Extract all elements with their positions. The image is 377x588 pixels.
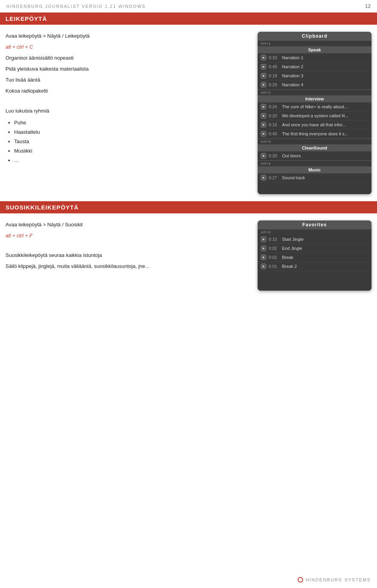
item-duration: 0:01	[269, 264, 282, 269]
item-duration: 0:10	[269, 237, 282, 242]
panel-bottom-padding	[258, 182, 372, 194]
item-duration: 0:16	[269, 122, 282, 127]
item-name: Break	[282, 255, 368, 260]
interview-alt-label: Alt+2	[258, 89, 372, 95]
section2-line1: Avaa leikepöytä > Näytä / Suosikit	[5, 220, 250, 229]
section1-text: Avaa leikepöytä > Näytä / Leikepöytä alt…	[5, 32, 250, 194]
section2-heading: SUOSIKKILEIKEPÖYTÄ	[0, 201, 377, 213]
item-duration: 0:18	[269, 73, 282, 78]
cleansound-alt-label: Alt+3	[258, 138, 372, 144]
favorites-item-1[interactable]: 0:10 Start Jingle	[258, 235, 372, 244]
section1-desc3: Tuo lisää ääntä	[5, 76, 250, 84]
item-duration: 0:27	[269, 175, 282, 180]
play-button[interactable]	[261, 64, 266, 69]
list-item-musiikki: Musiikki	[14, 147, 250, 155]
section1-line1: Avaa leikepöytä > Näytä / Leikepöytä	[5, 32, 250, 40]
list-item-ellipsis: …	[14, 156, 250, 165]
speak-group-label: Speak	[261, 47, 368, 52]
section1-desc2: Pidä yleiskuva kaikesta materiaalista	[5, 65, 250, 73]
page-footer: HINDENBURG systems	[298, 577, 371, 583]
favorites-item-3[interactable]: 0:02 Break	[258, 253, 372, 262]
item-name: Narration 3	[282, 73, 368, 78]
item-duration: 0:02	[269, 255, 282, 260]
play-button[interactable]	[261, 237, 266, 242]
section2-desc1: Suosikkileikepöytä seuraa kaikkia istunt…	[5, 251, 250, 260]
play-button[interactable]	[261, 104, 266, 109]
footer-circle-icon	[298, 577, 303, 583]
item-duration: 0:40	[269, 131, 282, 136]
favorites-alt-label: Alt+0	[258, 229, 372, 235]
interview-group-label: Interview	[261, 96, 368, 101]
item-name: The core of Nike+ is really about...	[282, 104, 368, 109]
item-name: Narration 1	[282, 55, 368, 60]
item-duration: 0:02	[269, 246, 282, 251]
cleansound-item-1[interactable]: 0:20 Out doors	[258, 151, 372, 160]
section2-shortcut: alt + ctrl + F	[5, 231, 250, 240]
item-name: Out doors	[282, 153, 368, 158]
page-header: HINDENBURG JOURNALIST versio 1.21 Window…	[0, 0, 377, 13]
interview-group-header: Interview	[258, 95, 372, 102]
play-button[interactable]	[261, 73, 266, 78]
item-duration: 0:20	[269, 113, 282, 118]
list-item-tausta: Tausta	[14, 137, 250, 146]
section2-body: Avaa leikepöytä > Näytä / Suosikit alt +…	[0, 213, 377, 298]
speak-item-1[interactable]: 0:33 Narration 1	[258, 53, 372, 62]
section1-list: Puhe Haastattelu Tausta Musiikki …	[14, 118, 250, 165]
favorites-item-2[interactable]: 0:02 End Jingle	[258, 244, 372, 253]
speak-item-4[interactable]: 0:29 Narration 4	[258, 80, 372, 89]
section2-desc2: Säilö klippejä, jinglejä, muita väliääni…	[5, 262, 250, 271]
music-group-label: Music	[261, 167, 368, 172]
section1-heading: LEIKEPÖYTÄ	[0, 13, 377, 25]
section2-text: Avaa leikepöytä > Näytä / Suosikit alt +…	[5, 220, 250, 291]
play-button[interactable]	[261, 255, 266, 260]
play-button[interactable]	[261, 113, 266, 118]
item-name: Sound track	[282, 175, 368, 180]
item-name: Break 2	[282, 264, 368, 269]
play-button[interactable]	[261, 82, 266, 87]
speak-item-2[interactable]: 0:49 Narration 2	[258, 62, 372, 71]
section1-desc1: Organisoi äänisisältö nopeasti	[5, 54, 250, 62]
list-item-puhe: Puhe	[14, 118, 250, 127]
list-item-haastattelu: Haastattelu	[14, 128, 250, 137]
favorites-item-4[interactable]: 0:01 Break 2	[258, 262, 372, 271]
music-item-1[interactable]: 0:27 Sound track	[258, 173, 372, 182]
play-button[interactable]	[261, 246, 266, 251]
item-name: Start Jingle	[282, 237, 368, 242]
item-name: Narration 4	[282, 82, 368, 87]
interview-item-1[interactable]: 0:24 The core of Nike+ is really about..…	[258, 102, 372, 111]
favorites-panel: Favorites Alt+0 0:10 Start Jingle 0:02 E…	[258, 220, 372, 291]
item-name: And once you have all that infor...	[282, 122, 368, 127]
play-button[interactable]	[261, 153, 266, 158]
interview-item-3[interactable]: 0:16 And once you have all that infor...	[258, 120, 372, 129]
item-name: End Jingle	[282, 246, 368, 251]
page-title: HINDENBURG JOURNALIST versio 1.21 Window…	[6, 4, 146, 9]
item-name: Narration 2	[282, 64, 368, 69]
item-name: The first thing everyone does it s...	[282, 131, 368, 136]
clipboard-title: Clipboard	[258, 32, 372, 40]
play-button[interactable]	[261, 264, 266, 269]
interview-item-2[interactable]: 0:20 We developed a system called N...	[258, 111, 372, 120]
speak-item-3[interactable]: 0:18 Narration 3	[258, 71, 372, 80]
page-number: 12	[365, 3, 371, 9]
play-button[interactable]	[261, 55, 266, 60]
speak-group-header: Speak	[258, 46, 372, 53]
section1-group-label: Luo lukuisia ryhmiä	[5, 107, 250, 115]
item-duration: 0:29	[269, 82, 282, 87]
interview-item-4[interactable]: 0:40 The first thing everyone does it s.…	[258, 129, 372, 138]
cleansound-group-header: CleanSound	[258, 144, 372, 151]
shortcut-text: alt + ctrl + C	[5, 44, 33, 50]
favorites-panel-bottom	[258, 271, 372, 291]
play-button[interactable]	[261, 122, 266, 127]
play-button[interactable]	[261, 175, 266, 180]
footer-text: HINDENBURG systems	[306, 577, 371, 582]
item-duration: 0:33	[269, 55, 282, 60]
item-name: We developed a system called N...	[282, 113, 368, 118]
item-duration: 0:24	[269, 104, 282, 109]
speak-alt-label: Alt+1	[258, 40, 372, 46]
music-group-header: Music	[258, 166, 372, 173]
section1-desc4: Kokoa radiopaketti	[5, 87, 250, 95]
play-button[interactable]	[261, 131, 266, 137]
footer-logo: HINDENBURG systems	[298, 577, 371, 583]
section1-shortcut: alt + ctrl + C	[5, 43, 250, 51]
item-duration: 0:49	[269, 64, 282, 69]
